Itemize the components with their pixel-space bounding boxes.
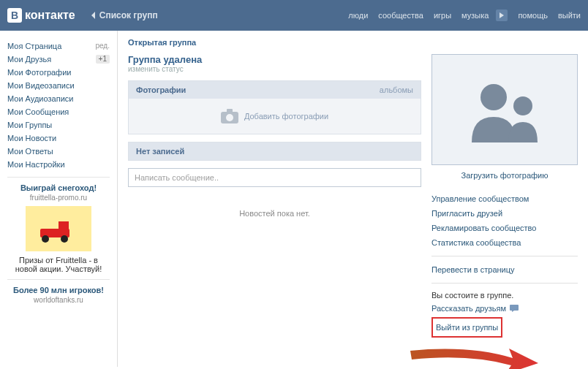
logo-icon: B <box>7 8 22 23</box>
group-title: Группа удалена <box>128 54 421 65</box>
group-avatar <box>431 54 578 165</box>
svg-rect-9 <box>510 305 519 311</box>
logo[interactable]: B контакте <box>7 8 75 23</box>
nav-people[interactable]: люди <box>348 11 368 20</box>
ad-text: Призы от Fruittella - в новой акции. Уча… <box>15 256 102 273</box>
svg-rect-3 <box>59 221 69 230</box>
nav-communities[interactable]: сообщества <box>378 11 423 20</box>
speech-icon <box>510 305 519 312</box>
top-nav: люди сообщества игры музыка помощь выйти <box>338 9 581 21</box>
photos-panel: Фотографии альбомы Добавить фотографии <box>128 80 421 134</box>
sidebar-item-my-page[interactable]: Моя Страницаред. <box>7 39 117 53</box>
posts-panel: Нет записей <box>128 142 421 161</box>
nav-music[interactable]: музыка <box>461 11 489 20</box>
no-posts-heading: Нет записей <box>136 147 184 156</box>
play-icon[interactable] <box>496 9 508 21</box>
sidebar-item-friends[interactable]: Мои Друзья+1 <box>7 53 117 66</box>
convert-to-page-link[interactable]: Перевести в страницу <box>431 262 578 277</box>
sidebar-item-messages[interactable]: Мои Сообщения <box>7 105 117 118</box>
sidebar-item-audio[interactable]: Мои Аудиозаписи <box>7 92 117 105</box>
manage-links: Управление сообществом Пригласить друзей… <box>431 191 578 338</box>
ad-title: Выиграй снегоход! <box>20 183 97 192</box>
manage-community-link[interactable]: Управление сообществом <box>431 191 578 206</box>
svg-point-7 <box>480 84 507 110</box>
group-silhouette-icon <box>464 77 545 142</box>
back-to-groups-link[interactable]: Список групп <box>91 10 158 20</box>
sidebar-item-videos[interactable]: Мои Видеозаписи <box>7 79 117 92</box>
annotation-arrow-icon <box>410 338 542 369</box>
photos-heading: Фотографии <box>136 85 186 94</box>
upload-photo-link[interactable]: Загрузить фотографию <box>431 171 578 180</box>
nav-games[interactable]: игры <box>434 11 451 20</box>
ad-domain: worldoftanks.ru <box>7 296 110 304</box>
tell-friends-link[interactable]: Рассказать друзьям <box>431 304 578 313</box>
invite-friends-link[interactable]: Пригласить друзей <box>431 206 578 221</box>
message-input[interactable]: Написать сообщение.. <box>128 168 421 187</box>
page-title: Открытая группа <box>128 38 578 47</box>
svg-point-2 <box>61 235 68 243</box>
ad-block-2[interactable]: Более 90 млн игроков! worldoftanks.ru <box>7 286 117 304</box>
leave-group-link[interactable]: Выйти из группы <box>431 317 502 338</box>
membership-status: Вы состоите в группе. <box>431 289 578 301</box>
sidebar-item-settings[interactable]: Мои Настройки <box>7 158 117 171</box>
svg-point-8 <box>513 96 532 115</box>
advertise-community-link[interactable]: Рекламировать сообщество <box>431 221 578 235</box>
logo-text: контакте <box>25 9 75 22</box>
svg-point-6 <box>226 114 233 121</box>
ad-block-1[interactable]: Выиграй снегоход! fruittella-promo.ru Пр… <box>7 183 117 273</box>
albums-link[interactable]: альбомы <box>380 85 413 94</box>
top-header: B контакте Список групп люди сообщества … <box>0 0 588 31</box>
no-news-text: Новостей пока нет. <box>128 209 421 218</box>
left-sidebar: Моя Страницаред. Мои Друзья+1 Мои Фотогр… <box>0 31 117 367</box>
change-status-link[interactable]: изменить статус <box>128 65 421 73</box>
community-stats-link[interactable]: Статистика сообщества <box>431 235 578 250</box>
ad-domain: fruittella-promo.ru <box>7 194 110 202</box>
svg-point-1 <box>42 235 49 243</box>
add-photos-button[interactable]: Добавить фотографии <box>136 109 413 123</box>
nav-logout[interactable]: выйти <box>558 11 581 20</box>
nav-help[interactable]: помощь <box>518 11 548 20</box>
sidebar-item-groups[interactable]: Мои Группы <box>7 118 117 132</box>
ad-title: Более 90 млн игроков! <box>13 286 104 294</box>
svg-rect-5 <box>227 109 233 113</box>
sidebar-item-answers[interactable]: Мои Ответы <box>7 145 117 158</box>
back-label: Список групп <box>99 10 158 20</box>
camera-icon <box>221 109 238 123</box>
sidebar-item-photos[interactable]: Мои Фотографии <box>7 66 117 79</box>
main-content: Открытая группа Группа удалена изменить … <box>117 31 588 367</box>
chevron-left-icon <box>91 12 96 19</box>
sidebar-item-news[interactable]: Мои Новости <box>7 132 117 145</box>
ad-image <box>26 206 91 251</box>
